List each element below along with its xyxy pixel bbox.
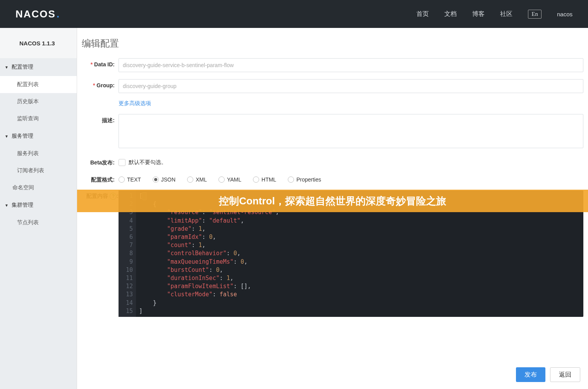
- format-radio-properties[interactable]: Properties: [288, 176, 321, 183]
- menu-config-list[interactable]: 配置列表: [0, 76, 77, 93]
- menu-group-cluster-label: 集群管理: [12, 202, 33, 209]
- top-header: NACOS. 首页 文档 博客 社区 En nacos: [0, 0, 588, 28]
- nav-home[interactable]: 首页: [416, 10, 429, 18]
- publish-button[interactable]: 发布: [516, 367, 545, 382]
- radio-icon: [153, 176, 159, 183]
- format-radio-yaml[interactable]: YAML: [218, 176, 241, 183]
- menu-group-config[interactable]: ▼配置管理: [0, 58, 77, 76]
- caret-down-icon: ▼: [5, 134, 9, 138]
- logo-text: NACOS: [15, 8, 56, 20]
- input-dataid[interactable]: [119, 58, 583, 72]
- radio-icon: [288, 176, 294, 183]
- format-radio-json[interactable]: JSON: [153, 176, 175, 183]
- nav-blog[interactable]: 博客: [472, 10, 485, 18]
- caret-down-icon: ▼: [5, 65, 9, 69]
- radio-label: XML: [196, 176, 207, 183]
- label-format: 配置格式:: [82, 173, 115, 183]
- radio-label: HTML: [261, 176, 276, 183]
- user-name[interactable]: nacos: [557, 11, 573, 17]
- back-button[interactable]: 返回: [550, 367, 580, 382]
- radio-label: Properties: [296, 176, 321, 183]
- format-radio-text[interactable]: TEXT: [119, 176, 141, 183]
- input-group[interactable]: [119, 79, 583, 93]
- format-radio-html[interactable]: HTML: [253, 176, 276, 183]
- radio-icon: [218, 176, 225, 183]
- sidebar: NACOS 1.1.3 ▼配置管理 配置列表 历史版本 监听查询 ▼服务管理 服…: [0, 28, 77, 389]
- label-desc: 描述:: [82, 114, 115, 149]
- format-radio-xml[interactable]: XML: [187, 176, 207, 183]
- logo: NACOS.: [15, 8, 60, 20]
- radio-icon: [187, 176, 193, 183]
- label-beta: Beta发布:: [82, 156, 115, 166]
- label-dataid: *Data ID:: [82, 58, 115, 72]
- top-nav: 首页 文档 博客 社区 En nacos: [416, 10, 573, 19]
- lang-toggle[interactable]: En: [528, 10, 542, 19]
- logo-dot: .: [57, 8, 60, 20]
- radio-label: TEXT: [127, 176, 141, 183]
- menu-namespace[interactable]: 命名空间: [0, 179, 77, 196]
- nav-docs[interactable]: 文档: [444, 10, 457, 18]
- nav-community[interactable]: 社区: [500, 10, 512, 18]
- more-options-link[interactable]: 更多高级选项: [119, 100, 151, 106]
- overlay-banner: 控制Control，探索超自然世界的深度奇妙冒险之旅: [77, 190, 588, 212]
- radio-icon: [119, 176, 125, 183]
- menu-subscribers[interactable]: 订阅者列表: [0, 162, 77, 179]
- page-title: 编辑配置: [82, 37, 588, 50]
- input-desc[interactable]: [119, 114, 583, 148]
- menu-group-config-label: 配置管理: [12, 64, 33, 71]
- menu-listen-query[interactable]: 监听查询: [0, 110, 77, 127]
- menu-group-service[interactable]: ▼服务管理: [0, 127, 77, 145]
- menu-service-list[interactable]: 服务列表: [0, 145, 77, 162]
- menu-group-service-label: 服务管理: [12, 133, 33, 140]
- main-content: 编辑配置 *Data ID: *Group: 更多高级选项 描述: Beta发布…: [77, 28, 588, 389]
- radio-label: YAML: [227, 176, 241, 183]
- version-label: NACOS 1.1.3: [0, 28, 77, 58]
- caret-down-icon: ▼: [5, 203, 9, 207]
- beta-hint: 默认不要勾选。: [129, 159, 167, 166]
- radio-label: JSON: [161, 176, 175, 183]
- label-group: *Group:: [82, 79, 115, 93]
- beta-checkbox[interactable]: [119, 159, 126, 166]
- menu-group-cluster[interactable]: ▼集群管理: [0, 196, 77, 214]
- menu-history[interactable]: 历史版本: [0, 93, 77, 110]
- menu-node-list[interactable]: 节点列表: [0, 214, 77, 231]
- radio-icon: [253, 176, 259, 183]
